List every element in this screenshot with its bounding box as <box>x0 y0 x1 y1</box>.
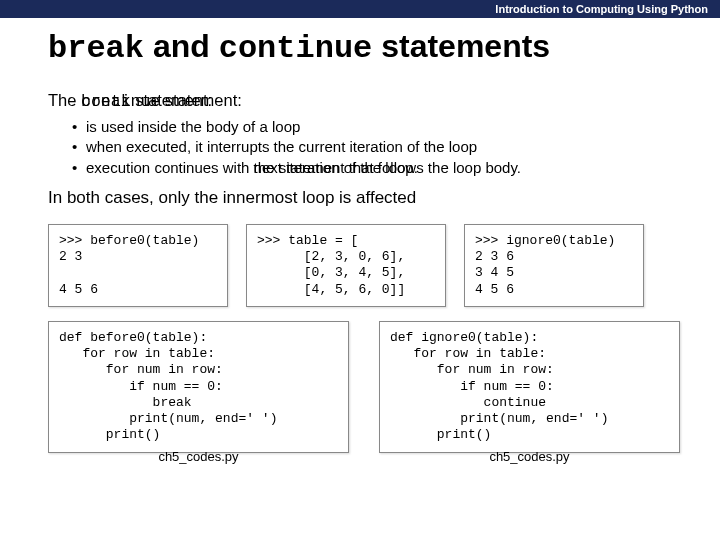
bullet-3: execution continues with the statement t… <box>72 158 680 178</box>
lead-prefix: The <box>48 91 81 109</box>
title-and: and <box>144 28 219 64</box>
code-row-top: >>> before0(table) 2 3 4 5 6 >>> table =… <box>48 224 680 307</box>
lead-overlay: continue statement: <box>81 91 242 111</box>
bottom-left-group: def before0(table): for row in table: fo… <box>48 321 349 464</box>
bullet-list: is used inside the body of a loop when e… <box>72 117 680 178</box>
lead-overlay-tail: statement: <box>160 91 242 109</box>
bullet-2: when executed, it interrupts the current… <box>72 137 680 157</box>
lead-sentence: The break statement:continue statement: <box>48 91 680 111</box>
bullet-3-overlay: next iteration of the loop. <box>254 158 418 178</box>
slide-title: break and continue statements <box>48 28 680 67</box>
bullet-3-overlap: the statement that follows the loop body… <box>254 158 521 178</box>
bullet-3-prefix: execution continues with <box>86 159 254 176</box>
code-top-mid: >>> table = [ [2, 3, 0, 6], [0, 3, 4, 5]… <box>246 224 446 307</box>
slide-content: break and continue statements The break … <box>0 18 720 464</box>
code-bottom-right: def ignore0(table): for row in table: fo… <box>379 321 680 453</box>
code-bottom-left: def before0(table): for row in table: fo… <box>48 321 349 453</box>
lead-overlay-mono: continue <box>81 92 160 111</box>
course-title: Introduction to Computing Using Python <box>495 3 708 15</box>
title-rest: statements <box>372 28 550 64</box>
code-row-bottom: def before0(table): for row in table: fo… <box>48 321 680 464</box>
summary-line: In both cases, only the innermost loop i… <box>48 188 680 208</box>
lead-overlap: break statement:continue statement: <box>81 91 212 111</box>
filename-left: ch5_codes.py <box>48 449 349 464</box>
code-top-left: >>> before0(table) 2 3 4 5 6 <box>48 224 228 307</box>
bottom-right-group: def ignore0(table): for row in table: fo… <box>379 321 680 464</box>
title-keyword-continue: continue <box>219 30 373 67</box>
filename-right: ch5_codes.py <box>379 449 680 464</box>
title-keyword-break: break <box>48 30 144 67</box>
code-top-right: >>> ignore0(table) 2 3 6 3 4 5 4 5 6 <box>464 224 644 307</box>
bullet-1: is used inside the body of a loop <box>72 117 680 137</box>
course-header: Introduction to Computing Using Python <box>0 0 720 18</box>
